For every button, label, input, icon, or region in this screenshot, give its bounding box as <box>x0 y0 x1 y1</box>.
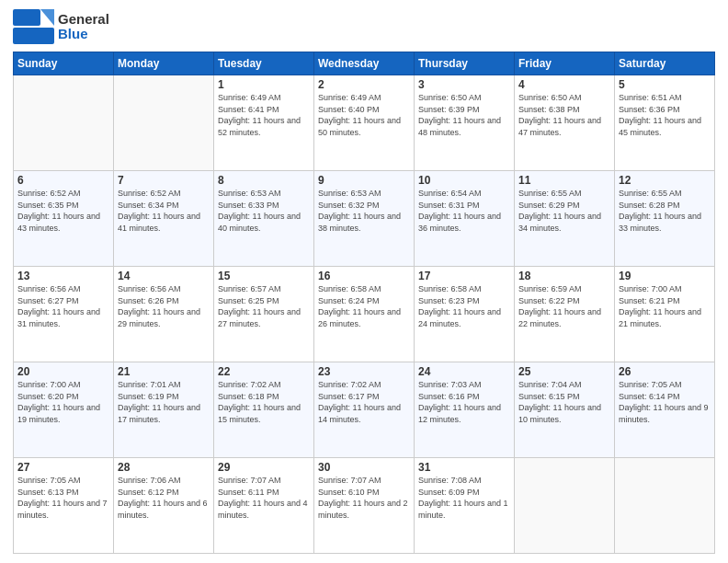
day-number: 13 <box>17 270 109 282</box>
day-number: 30 <box>318 461 410 474</box>
day-number: 16 <box>318 270 410 282</box>
calendar-cell: 2Sunrise: 6:49 AMSunset: 6:40 PMDaylight… <box>314 75 415 171</box>
day-number: 1 <box>218 78 310 91</box>
calendar-cell <box>515 458 615 554</box>
day-number: 23 <box>318 365 410 378</box>
calendar-cell: 17Sunrise: 6:58 AMSunset: 6:23 PMDayligh… <box>415 267 515 362</box>
weekday-header-saturday: Saturday <box>615 52 715 75</box>
logo-general: General <box>58 12 109 28</box>
day-info: Sunrise: 6:54 AMSunset: 6:31 PMDaylight:… <box>418 188 510 234</box>
day-info: Sunrise: 6:58 AMSunset: 6:24 PMDaylight:… <box>318 283 410 329</box>
weekday-header-sunday: Sunday <box>14 52 114 75</box>
day-info: Sunrise: 6:53 AMSunset: 6:33 PMDaylight:… <box>218 188 310 234</box>
page: GeneralBlue SundayMondayTuesdayWednesday… <box>0 0 728 563</box>
day-info: Sunrise: 7:02 AMSunset: 6:17 PMDaylight:… <box>318 379 410 425</box>
week-row-2: 6Sunrise: 6:52 AMSunset: 6:35 PMDaylight… <box>14 171 715 267</box>
day-number: 24 <box>418 365 510 378</box>
day-number: 26 <box>619 365 711 378</box>
day-number: 12 <box>619 174 711 187</box>
calendar-cell: 28Sunrise: 7:06 AMSunset: 6:12 PMDayligh… <box>114 458 214 554</box>
svg-rect-2 <box>13 28 54 44</box>
calendar-cell <box>615 458 715 554</box>
day-number: 6 <box>17 174 109 187</box>
calendar-cell: 10Sunrise: 6:54 AMSunset: 6:31 PMDayligh… <box>415 171 515 267</box>
day-number: 27 <box>17 461 109 474</box>
calendar-cell: 22Sunrise: 7:02 AMSunset: 6:18 PMDayligh… <box>214 362 314 458</box>
svg-marker-1 <box>40 9 54 26</box>
calendar-cell: 5Sunrise: 6:51 AMSunset: 6:36 PMDaylight… <box>615 75 715 171</box>
calendar-cell: 4Sunrise: 6:50 AMSunset: 6:38 PMDaylight… <box>515 75 615 171</box>
day-info: Sunrise: 7:02 AMSunset: 6:18 PMDaylight:… <box>218 379 310 425</box>
calendar-cell: 8Sunrise: 6:53 AMSunset: 6:33 PMDaylight… <box>214 171 314 267</box>
day-info: Sunrise: 7:07 AMSunset: 6:10 PMDaylight:… <box>318 475 410 521</box>
calendar-cell: 27Sunrise: 7:05 AMSunset: 6:13 PMDayligh… <box>14 458 114 554</box>
day-info: Sunrise: 7:03 AMSunset: 6:16 PMDaylight:… <box>418 379 510 425</box>
calendar-cell <box>114 75 214 171</box>
day-info: Sunrise: 7:00 AMSunset: 6:20 PMDaylight:… <box>17 379 109 425</box>
logo-blue: Blue <box>58 27 109 42</box>
day-info: Sunrise: 6:52 AMSunset: 6:35 PMDaylight:… <box>17 188 109 234</box>
day-info: Sunrise: 7:05 AMSunset: 6:14 PMDaylight:… <box>619 379 711 425</box>
day-info: Sunrise: 6:55 AMSunset: 6:28 PMDaylight:… <box>619 188 711 234</box>
day-number: 18 <box>518 270 610 282</box>
calendar-cell: 7Sunrise: 6:52 AMSunset: 6:34 PMDaylight… <box>114 171 214 267</box>
day-info: Sunrise: 7:04 AMSunset: 6:15 PMDaylight:… <box>518 379 610 425</box>
day-info: Sunrise: 6:50 AMSunset: 6:39 PMDaylight:… <box>418 92 510 138</box>
day-info: Sunrise: 6:59 AMSunset: 6:22 PMDaylight:… <box>518 283 610 329</box>
calendar-cell: 1Sunrise: 6:49 AMSunset: 6:41 PMDaylight… <box>214 75 314 171</box>
day-info: Sunrise: 6:51 AMSunset: 6:36 PMDaylight:… <box>619 92 711 138</box>
day-number: 9 <box>318 174 410 187</box>
day-info: Sunrise: 6:56 AMSunset: 6:26 PMDaylight:… <box>118 283 210 329</box>
day-number: 17 <box>418 270 510 282</box>
day-number: 10 <box>418 174 510 187</box>
calendar-cell: 20Sunrise: 7:00 AMSunset: 6:20 PMDayligh… <box>14 362 114 458</box>
logo-icon <box>13 9 54 44</box>
calendar-cell: 23Sunrise: 7:02 AMSunset: 6:17 PMDayligh… <box>314 362 415 458</box>
day-info: Sunrise: 7:06 AMSunset: 6:12 PMDaylight:… <box>118 475 210 521</box>
calendar-table: SundayMondayTuesdayWednesdayThursdayFrid… <box>13 52 715 554</box>
calendar-cell: 21Sunrise: 7:01 AMSunset: 6:19 PMDayligh… <box>114 362 214 458</box>
day-info: Sunrise: 6:50 AMSunset: 6:38 PMDaylight:… <box>518 92 610 138</box>
day-number: 8 <box>218 174 310 187</box>
day-number: 29 <box>218 461 310 474</box>
logo-area: GeneralBlue <box>13 9 109 44</box>
day-number: 28 <box>118 461 210 474</box>
calendar-cell: 3Sunrise: 6:50 AMSunset: 6:39 PMDaylight… <box>415 75 515 171</box>
weekday-header-row: SundayMondayTuesdayWednesdayThursdayFrid… <box>14 52 715 75</box>
day-number: 20 <box>17 365 109 378</box>
day-number: 2 <box>318 78 410 91</box>
day-number: 25 <box>518 365 610 378</box>
calendar-cell: 6Sunrise: 6:52 AMSunset: 6:35 PMDaylight… <box>14 171 114 267</box>
day-info: Sunrise: 6:56 AMSunset: 6:27 PMDaylight:… <box>17 283 109 329</box>
day-number: 5 <box>619 78 711 91</box>
svg-rect-0 <box>13 9 40 26</box>
calendar-cell: 30Sunrise: 7:07 AMSunset: 6:10 PMDayligh… <box>314 458 415 554</box>
day-info: Sunrise: 6:52 AMSunset: 6:34 PMDaylight:… <box>118 188 210 234</box>
day-info: Sunrise: 7:05 AMSunset: 6:13 PMDaylight:… <box>17 475 109 521</box>
weekday-header-friday: Friday <box>515 52 615 75</box>
day-number: 3 <box>418 78 510 91</box>
calendar-cell: 14Sunrise: 6:56 AMSunset: 6:26 PMDayligh… <box>114 267 214 362</box>
calendar-cell: 31Sunrise: 7:08 AMSunset: 6:09 PMDayligh… <box>415 458 515 554</box>
header: GeneralBlue <box>13 9 715 44</box>
week-row-4: 20Sunrise: 7:00 AMSunset: 6:20 PMDayligh… <box>14 362 715 458</box>
day-number: 14 <box>118 270 210 282</box>
day-info: Sunrise: 7:07 AMSunset: 6:11 PMDaylight:… <box>218 475 310 521</box>
calendar-cell: 16Sunrise: 6:58 AMSunset: 6:24 PMDayligh… <box>314 267 415 362</box>
calendar-cell: 18Sunrise: 6:59 AMSunset: 6:22 PMDayligh… <box>515 267 615 362</box>
week-row-5: 27Sunrise: 7:05 AMSunset: 6:13 PMDayligh… <box>14 458 715 554</box>
weekday-header-wednesday: Wednesday <box>314 52 415 75</box>
week-row-1: 1Sunrise: 6:49 AMSunset: 6:41 PMDaylight… <box>14 75 715 171</box>
day-info: Sunrise: 6:49 AMSunset: 6:40 PMDaylight:… <box>318 92 410 138</box>
weekday-header-tuesday: Tuesday <box>214 52 314 75</box>
day-info: Sunrise: 7:00 AMSunset: 6:21 PMDaylight:… <box>619 283 711 329</box>
day-number: 31 <box>418 461 510 474</box>
day-number: 11 <box>518 174 610 187</box>
calendar-cell: 11Sunrise: 6:55 AMSunset: 6:29 PMDayligh… <box>515 171 615 267</box>
day-info: Sunrise: 7:08 AMSunset: 6:09 PMDaylight:… <box>418 475 510 521</box>
calendar-cell: 29Sunrise: 7:07 AMSunset: 6:11 PMDayligh… <box>214 458 314 554</box>
day-info: Sunrise: 6:55 AMSunset: 6:29 PMDaylight:… <box>518 188 610 234</box>
calendar-cell: 25Sunrise: 7:04 AMSunset: 6:15 PMDayligh… <box>515 362 615 458</box>
day-number: 19 <box>619 270 711 282</box>
calendar-cell <box>14 75 114 171</box>
